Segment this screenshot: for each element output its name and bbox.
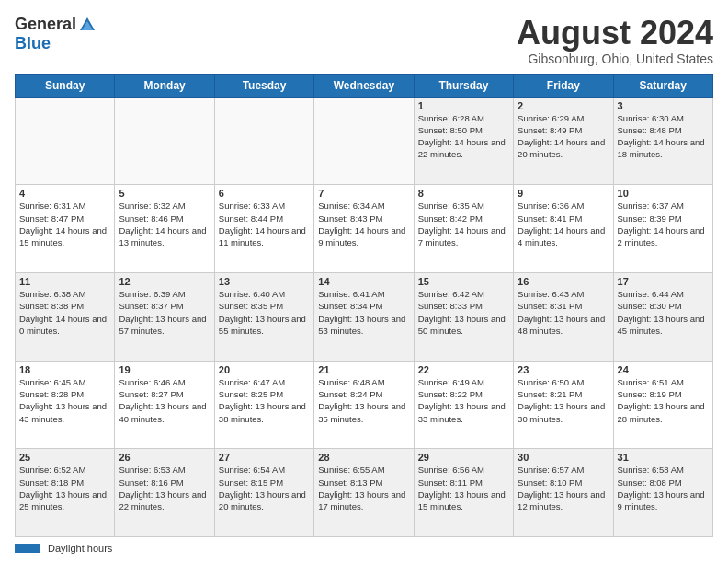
col-wednesday: Wednesday — [314, 74, 414, 97]
day-info: Sunrise: 6:35 AMSunset: 8:42 PMDaylight:… — [418, 200, 509, 248]
calendar-day — [214, 97, 313, 185]
calendar-day: 3Sunrise: 6:30 AMSunset: 8:48 PMDaylight… — [613, 97, 712, 185]
day-info: Sunrise: 6:53 AMSunset: 8:16 PMDaylight:… — [119, 464, 210, 512]
day-info: Sunrise: 6:34 AMSunset: 8:43 PMDaylight:… — [318, 200, 409, 248]
calendar-day: 23Sunrise: 6:50 AMSunset: 8:21 PMDayligh… — [514, 361, 613, 449]
day-number: 21 — [318, 364, 409, 375]
calendar-day: 29Sunrise: 6:56 AMSunset: 8:11 PMDayligh… — [414, 449, 513, 537]
day-info: Sunrise: 6:32 AMSunset: 8:46 PMDaylight:… — [119, 200, 210, 248]
calendar-day: 9Sunrise: 6:36 AMSunset: 8:41 PMDaylight… — [514, 185, 613, 273]
col-tuesday: Tuesday — [214, 74, 313, 97]
calendar-day: 12Sunrise: 6:39 AMSunset: 8:37 PMDayligh… — [115, 272, 214, 361]
calendar-day: 26Sunrise: 6:53 AMSunset: 8:16 PMDayligh… — [115, 449, 214, 537]
footer: Daylight hours — [15, 541, 713, 556]
day-number: 8 — [418, 188, 509, 199]
calendar-week-row: 11Sunrise: 6:38 AMSunset: 8:38 PMDayligh… — [16, 272, 713, 361]
header: General Blue August 2024 Gibsonburg, Ohi… — [15, 15, 713, 66]
calendar-table: Sunday Monday Tuesday Wednesday Thursday… — [15, 74, 713, 537]
day-info: Sunrise: 6:51 AMSunset: 8:19 PMDaylight:… — [618, 376, 709, 425]
col-saturday: Saturday — [613, 74, 712, 97]
month-title: August 2024 — [517, 15, 713, 52]
legend-bar — [15, 544, 40, 553]
day-info: Sunrise: 6:46 AMSunset: 8:27 PMDaylight:… — [119, 376, 210, 425]
day-number: 7 — [318, 188, 409, 199]
calendar-day: 16Sunrise: 6:43 AMSunset: 8:31 PMDayligh… — [514, 272, 613, 361]
calendar-week-row: 4Sunrise: 6:31 AMSunset: 8:47 PMDaylight… — [16, 185, 713, 273]
day-number: 19 — [119, 364, 210, 375]
calendar-day: 17Sunrise: 6:44 AMSunset: 8:30 PMDayligh… — [613, 272, 712, 361]
day-number: 23 — [518, 364, 609, 375]
location: Gibsonburg, Ohio, United States — [517, 52, 713, 66]
logo-blue-text: Blue — [15, 34, 51, 52]
day-number: 11 — [19, 276, 110, 287]
day-info: Sunrise: 6:37 AMSunset: 8:39 PMDaylight:… — [618, 200, 709, 248]
legend-text: Daylight hours — [48, 543, 112, 554]
col-friday: Friday — [514, 74, 613, 97]
calendar-day: 24Sunrise: 6:51 AMSunset: 8:19 PMDayligh… — [613, 361, 712, 449]
day-info: Sunrise: 6:42 AMSunset: 8:33 PMDaylight:… — [418, 288, 509, 337]
calendar-day: 10Sunrise: 6:37 AMSunset: 8:39 PMDayligh… — [613, 185, 712, 273]
calendar-day — [314, 97, 414, 185]
day-number: 26 — [119, 452, 210, 463]
logo-icon — [78, 16, 97, 34]
day-info: Sunrise: 6:45 AMSunset: 8:28 PMDaylight:… — [19, 376, 110, 425]
day-number: 27 — [219, 452, 310, 463]
day-info: Sunrise: 6:41 AMSunset: 8:34 PMDaylight:… — [318, 288, 409, 337]
calendar-week-row: 25Sunrise: 6:52 AMSunset: 8:18 PMDayligh… — [16, 449, 713, 537]
calendar-day: 19Sunrise: 6:46 AMSunset: 8:27 PMDayligh… — [115, 361, 214, 449]
day-number: 20 — [219, 364, 310, 375]
calendar-day: 14Sunrise: 6:41 AMSunset: 8:34 PMDayligh… — [314, 272, 414, 361]
calendar-day: 22Sunrise: 6:49 AMSunset: 8:22 PMDayligh… — [414, 361, 513, 449]
calendar-day: 31Sunrise: 6:58 AMSunset: 8:08 PMDayligh… — [613, 449, 712, 537]
day-info: Sunrise: 6:49 AMSunset: 8:22 PMDaylight:… — [418, 376, 509, 425]
day-info: Sunrise: 6:30 AMSunset: 8:48 PMDaylight:… — [618, 112, 709, 161]
day-number: 15 — [418, 276, 509, 287]
calendar-day — [16, 97, 115, 185]
day-number: 5 — [119, 188, 210, 199]
day-number: 31 — [618, 452, 709, 463]
day-number: 4 — [19, 188, 110, 199]
calendar-day: 20Sunrise: 6:47 AMSunset: 8:25 PMDayligh… — [214, 361, 313, 449]
day-info: Sunrise: 6:36 AMSunset: 8:41 PMDaylight:… — [518, 200, 609, 248]
calendar-day: 15Sunrise: 6:42 AMSunset: 8:33 PMDayligh… — [414, 272, 513, 361]
day-info: Sunrise: 6:38 AMSunset: 8:38 PMDaylight:… — [19, 288, 110, 337]
page: General Blue August 2024 Gibsonburg, Ohi… — [0, 0, 728, 563]
day-info: Sunrise: 6:48 AMSunset: 8:24 PMDaylight:… — [318, 376, 409, 425]
calendar-day: 6Sunrise: 6:33 AMSunset: 8:44 PMDaylight… — [214, 185, 313, 273]
day-number: 9 — [518, 188, 609, 199]
calendar-day: 11Sunrise: 6:38 AMSunset: 8:38 PMDayligh… — [16, 272, 115, 361]
calendar-day: 18Sunrise: 6:45 AMSunset: 8:28 PMDayligh… — [16, 361, 115, 449]
day-number: 14 — [318, 276, 409, 287]
calendar-day: 27Sunrise: 6:54 AMSunset: 8:15 PMDayligh… — [214, 449, 313, 537]
day-info: Sunrise: 6:54 AMSunset: 8:15 PMDaylight:… — [219, 464, 310, 512]
calendar-day: 4Sunrise: 6:31 AMSunset: 8:47 PMDaylight… — [16, 185, 115, 273]
day-info: Sunrise: 6:58 AMSunset: 8:08 PMDaylight:… — [618, 464, 709, 512]
day-info: Sunrise: 6:52 AMSunset: 8:18 PMDaylight:… — [19, 464, 110, 512]
day-number: 29 — [418, 452, 509, 463]
day-info: Sunrise: 6:50 AMSunset: 8:21 PMDaylight:… — [518, 376, 609, 425]
day-info: Sunrise: 6:39 AMSunset: 8:37 PMDaylight:… — [119, 288, 210, 337]
day-number: 28 — [318, 452, 409, 463]
day-info: Sunrise: 6:29 AMSunset: 8:49 PMDaylight:… — [518, 112, 609, 161]
day-number: 16 — [518, 276, 609, 287]
day-number: 22 — [418, 364, 509, 375]
day-number: 1 — [418, 100, 509, 111]
calendar-day: 28Sunrise: 6:55 AMSunset: 8:13 PMDayligh… — [314, 449, 414, 537]
calendar-day: 8Sunrise: 6:35 AMSunset: 8:42 PMDaylight… — [414, 185, 513, 273]
day-number: 13 — [219, 276, 310, 287]
calendar-day: 5Sunrise: 6:32 AMSunset: 8:46 PMDaylight… — [115, 185, 214, 273]
day-number: 17 — [618, 276, 709, 287]
day-number: 2 — [518, 100, 609, 111]
day-info: Sunrise: 6:44 AMSunset: 8:30 PMDaylight:… — [618, 288, 709, 337]
calendar-day: 7Sunrise: 6:34 AMSunset: 8:43 PMDaylight… — [314, 185, 414, 273]
day-number: 10 — [618, 188, 709, 199]
calendar-day — [115, 97, 214, 185]
day-number: 12 — [119, 276, 210, 287]
calendar-day: 1Sunrise: 6:28 AMSunset: 8:50 PMDaylight… — [414, 97, 513, 185]
day-number: 6 — [219, 188, 310, 199]
day-info: Sunrise: 6:33 AMSunset: 8:44 PMDaylight:… — [219, 200, 310, 248]
col-monday: Monday — [115, 74, 214, 97]
title-block: August 2024 Gibsonburg, Ohio, United Sta… — [517, 15, 713, 66]
day-number: 24 — [618, 364, 709, 375]
day-number: 25 — [19, 452, 110, 463]
